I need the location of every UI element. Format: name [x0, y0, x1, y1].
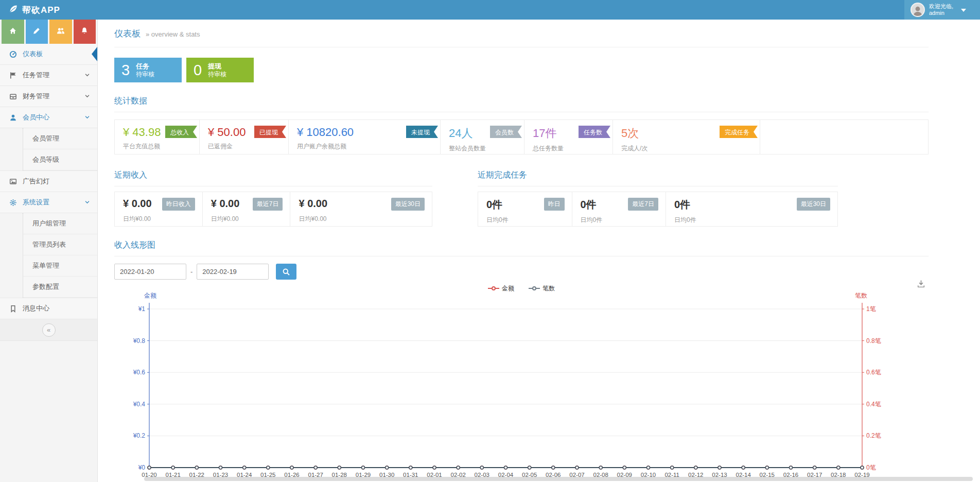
cell-badge: 昨日 [544, 198, 565, 211]
svg-text:0.8笔: 0.8笔 [866, 337, 881, 345]
toolbar-button-users[interactable] [49, 20, 72, 44]
date-filter: - [114, 264, 929, 280]
svg-text:¥0.4: ¥0.4 [133, 401, 146, 408]
sidebar-subitem[interactable]: 菜单管理 [23, 255, 97, 277]
sidebar-item-1[interactable]: 任务管理 [0, 65, 97, 86]
alert-sublabel: 待审核 [208, 71, 226, 78]
cell-sublabel: 日均¥0.00 [299, 215, 425, 223]
stat-value: ¥ 50.00 [208, 126, 246, 139]
cell-value: ¥ 0.00 [211, 198, 240, 210]
alert-count: 3 [114, 62, 136, 79]
user-menu[interactable]: 欢迎光临, admin [904, 0, 980, 20]
stat-label: 整站会员数量 [449, 144, 524, 153]
sidebar-subitem[interactable]: 用户组管理 [23, 213, 97, 234]
sidebar-item-label: 任务管理 [23, 71, 49, 80]
cell-badge: 昨日收入 [162, 198, 195, 211]
recent-tasks-cell: 0件 昨日 日均0件 [478, 192, 572, 226]
user-icon [9, 114, 23, 122]
sidebar-item-5[interactable]: 系统设置 [0, 192, 97, 213]
pending-alert-1[interactable]: 0 提现 待审核 [186, 58, 254, 82]
sidebar-item-0[interactable]: 仪表板 [0, 44, 97, 65]
pending-alert-0[interactable]: 3 任务 待审核 [114, 58, 182, 82]
recent-tasks-row: 0件 昨日 日均0件 0件 最近7日 日均0件 0件 最近30日 日均0件 [478, 192, 838, 227]
sidebar-item-2[interactable]: 财务管理 [0, 86, 97, 107]
cell-badge: 最近30日 [391, 198, 425, 211]
sidebar-subitem[interactable]: 会员管理 [23, 128, 97, 149]
stat-badge: 总收入 [165, 126, 197, 138]
stat-card: ¥ 43.98 总收入 平台充值总额 [115, 120, 200, 154]
cell-badge: 最近7日 [253, 198, 283, 211]
cell-sublabel: 日均0件 [674, 216, 830, 225]
stat-card: ¥ 10820.60 未提现 用户账户余额总额 [289, 120, 441, 154]
sidebar-subitem-label: 管理员列表 [32, 240, 66, 249]
date-range-separator: - [190, 268, 192, 276]
caret-down-icon [960, 5, 967, 14]
breadcrumb-path: » overview & stats [146, 30, 200, 38]
sidebar-item-label: 会员中心 [23, 113, 49, 122]
archive-icon [9, 93, 23, 100]
recent-tasks-cell: 0件 最近30日 日均0件 [666, 192, 837, 226]
gear-icon [9, 199, 23, 206]
start-date-input[interactable] [114, 264, 186, 280]
cell-sublabel: 日均0件 [581, 216, 659, 225]
cell-sublabel: 日均¥0.00 [123, 215, 195, 223]
avatar[interactable] [911, 3, 925, 17]
recent-income-title: 近期收入 [114, 170, 432, 186]
alert-sublabel: 待审核 [136, 71, 154, 78]
toolbar-button-home[interactable] [2, 20, 24, 44]
cell-badge: 最近30日 [797, 198, 830, 211]
sidebar-item-label: 系统设置 [23, 198, 49, 207]
recent-income-cell: ¥ 0.00 昨日收入 日均¥0.00 [115, 192, 203, 226]
download-icon[interactable] [917, 280, 925, 290]
username: admin [929, 10, 953, 16]
sidebar-item-label: 消息中心 [23, 304, 49, 313]
svg-text:0.6笔: 0.6笔 [866, 369, 881, 376]
svg-text:¥0: ¥0 [138, 464, 146, 471]
breadcrumb: 仪表板 » overview & stats [114, 20, 929, 47]
search-button[interactable] [276, 264, 296, 280]
stat-value: 17件 [533, 126, 556, 141]
chevron-down-icon [84, 114, 90, 122]
stat-badge: 会员数 [490, 126, 522, 138]
cell-badge: 最近7日 [628, 198, 658, 211]
bell-icon [80, 27, 89, 37]
stat-badge: 已提现 [254, 126, 286, 138]
svg-text:0笔: 0笔 [866, 464, 876, 471]
app-logo: 帮砍APP [0, 4, 98, 16]
sidebar-item-6[interactable]: 消息中心 [0, 298, 97, 319]
horizontal-scrollbar[interactable] [144, 477, 973, 481]
svg-text:¥0.2: ¥0.2 [133, 432, 146, 439]
sidebar-subitem[interactable]: 会员等级 [23, 149, 97, 170]
svg-text:¥0.8: ¥0.8 [133, 337, 146, 345]
stat-value: ¥ 10820.60 [297, 126, 354, 139]
stat-card: 5次 完成任务 完成人/次 [613, 120, 760, 154]
cell-value: 0件 [674, 198, 690, 212]
sidebar-subitem-label: 参数配置 [32, 282, 59, 291]
stats-row-filler [760, 120, 928, 154]
toolbar-button-bell[interactable] [74, 20, 96, 44]
sidebar-item-3[interactable]: 会员中心 [0, 107, 97, 128]
image-icon [9, 178, 23, 185]
end-date-input[interactable] [197, 264, 269, 280]
cell-value: 0件 [581, 198, 597, 212]
app-header: 帮砍APP 欢迎光临, admin [0, 0, 980, 20]
sidebar: 仪表板任务管理财务管理会员中心会员管理会员等级广告幻灯系统设置用户组管理管理员列… [0, 20, 98, 482]
sidebar-subitem-label: 会员管理 [32, 134, 59, 143]
stat-badge: 完成任务 [720, 126, 758, 138]
stat-label: 平台充值总额 [123, 142, 199, 151]
toolbar-button-pencil[interactable] [26, 20, 48, 44]
recent-income-row: ¥ 0.00 昨日收入 日均¥0.00 ¥ 0.00 最近7日 日均¥0.00 … [114, 192, 432, 227]
users-icon [57, 27, 65, 37]
sidebar-subitem[interactable]: 管理员列表 [23, 234, 97, 255]
sidebar-subitem[interactable]: 参数配置 [23, 277, 97, 298]
sidebar-subitem-label: 会员等级 [32, 155, 59, 164]
breadcrumb-title[interactable]: 仪表板 [114, 28, 141, 40]
main-content: 仪表板 » overview & stats 3 任务 待审核0 提现 待审核 … [98, 20, 980, 482]
stat-value: 24人 [449, 126, 472, 141]
sidebar-collapse-button[interactable]: « [42, 323, 56, 337]
svg-text:0.2笔: 0.2笔 [866, 432, 881, 439]
svg-text:¥0.6: ¥0.6 [133, 369, 146, 376]
sidebar-item-label: 仪表板 [23, 49, 43, 59]
sidebar-item-4[interactable]: 广告幻灯 [0, 171, 97, 192]
sidebar-item-label: 广告幻灯 [23, 177, 49, 186]
